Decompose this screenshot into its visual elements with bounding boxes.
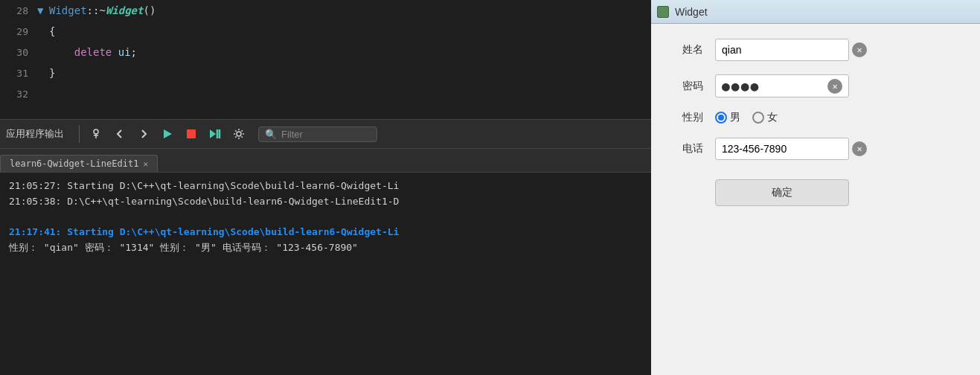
run-icon bbox=[208, 129, 222, 139]
name-label: 姓名 bbox=[673, 43, 703, 57]
output-line-2: 21:05:38: D:\C++\qt-learning\Scode\build… bbox=[9, 194, 642, 210]
name-input[interactable] bbox=[722, 44, 852, 56]
password-clear-button[interactable]: ✕ bbox=[827, 79, 842, 94]
gender-male-option[interactable]: 男 bbox=[715, 111, 740, 124]
gender-male-label: 男 bbox=[730, 111, 740, 124]
gender-row: 性别 男 女 bbox=[673, 111, 958, 124]
svg-rect-4 bbox=[187, 129, 196, 138]
gear-icon bbox=[233, 128, 245, 140]
gender-label: 性别 bbox=[673, 111, 703, 124]
line-number-30: 30 bbox=[0, 47, 37, 58]
filter-box[interactable]: 🔍 bbox=[258, 126, 377, 142]
line-content-28: Widget::~Widget() bbox=[49, 4, 156, 16]
output-tabs: learn6-Qwidget-LineEdit1 ✕ bbox=[0, 149, 651, 173]
confirm-button[interactable]: 确定 bbox=[715, 179, 849, 206]
settings-button[interactable] bbox=[228, 124, 249, 144]
filter-input[interactable] bbox=[281, 129, 371, 140]
toolbar-separator bbox=[79, 125, 80, 143]
gender-radio-group: 男 女 bbox=[715, 111, 778, 124]
line-number-31: 31 bbox=[0, 68, 37, 79]
code-line-32: 32 bbox=[0, 83, 651, 104]
pin-icon bbox=[90, 128, 102, 140]
code-line-28: 28 ▼ Widget::~Widget() bbox=[0, 0, 651, 21]
password-input-wrapper[interactable]: ●●●● ✕ bbox=[715, 74, 849, 97]
gender-female-option[interactable]: 女 bbox=[752, 111, 778, 124]
output-line-1: 21:05:27: Starting D:\C++\qt-learning\Sc… bbox=[9, 179, 642, 194]
stop-icon bbox=[186, 129, 196, 139]
widget-panel: Widget 姓名 ✕ 密码 ●●●● ✕ 性别 男 bbox=[651, 0, 980, 375]
line-content-30: delete ui; bbox=[49, 46, 137, 58]
stop-button[interactable] bbox=[181, 124, 202, 144]
gender-female-radio[interactable] bbox=[752, 112, 764, 124]
tab-close-button[interactable]: ✕ bbox=[143, 159, 148, 169]
line-content-31: } bbox=[49, 67, 55, 79]
chevron-left-icon bbox=[115, 129, 125, 139]
password-row: 密码 ●●●● ✕ bbox=[673, 74, 958, 97]
toolbar-title: 应用程序输出 bbox=[6, 127, 64, 141]
tab-label: learn6-Qwidget-LineEdit1 bbox=[10, 158, 138, 169]
line-arrow-28: ▼ bbox=[37, 4, 49, 16]
gender-male-radio[interactable] bbox=[715, 112, 727, 124]
name-row: 姓名 ✕ bbox=[673, 39, 958, 61]
svg-marker-3 bbox=[164, 129, 172, 138]
code-line-30: 30 delete ui; bbox=[0, 42, 651, 62]
output-tab[interactable]: learn6-Qwidget-LineEdit1 ✕ bbox=[0, 155, 158, 172]
play-button[interactable] bbox=[157, 124, 178, 144]
widget-title: Widget bbox=[675, 6, 708, 18]
phone-input[interactable] bbox=[722, 143, 852, 155]
line-number-28: 28 bbox=[0, 5, 37, 16]
output-line-4: 21:17:41: Starting D:\C++\qt-learning\Sc… bbox=[9, 225, 642, 240]
line-number-29: 29 bbox=[0, 26, 37, 37]
code-line-31: 31 } bbox=[0, 62, 651, 83]
password-dots: ●●●● bbox=[722, 78, 827, 94]
next-button[interactable] bbox=[133, 124, 154, 144]
code-line-29: 29 { bbox=[0, 21, 651, 42]
gender-female-label: 女 bbox=[767, 111, 778, 124]
widget-body: 姓名 ✕ 密码 ●●●● ✕ 性别 男 bbox=[651, 24, 980, 375]
svg-point-0 bbox=[94, 129, 98, 134]
phone-label: 电话 bbox=[673, 142, 703, 156]
code-area: 28 ▼ Widget::~Widget() 29 { 30 delete ui… bbox=[0, 0, 651, 119]
pin-button[interactable] bbox=[86, 124, 106, 144]
output-content: 21:05:27: Starting D:\C++\qt-learning\Sc… bbox=[0, 173, 651, 262]
phone-clear-button[interactable]: ✕ bbox=[852, 141, 867, 156]
phone-input-wrapper[interactable]: ✕ bbox=[715, 138, 849, 160]
run-button[interactable] bbox=[205, 124, 225, 144]
editor-panel: 28 ▼ Widget::~Widget() 29 { 30 delete ui… bbox=[0, 0, 651, 375]
output-panel: learn6-Qwidget-LineEdit1 ✕ 21:05:27: Sta… bbox=[0, 149, 651, 375]
line-content-29: { bbox=[49, 25, 55, 37]
name-clear-button[interactable]: ✕ bbox=[852, 42, 867, 57]
output-line-5: 性别： "qian" 密码： "1314" 性别： "男" 电话号码： "123… bbox=[9, 240, 642, 256]
svg-point-8 bbox=[237, 132, 241, 136]
search-icon: 🔍 bbox=[265, 129, 277, 140]
output-line-3 bbox=[9, 210, 642, 225]
widget-titlebar: Widget bbox=[651, 0, 980, 24]
line-number-32: 32 bbox=[0, 89, 37, 100]
name-input-wrapper[interactable]: ✕ bbox=[715, 39, 849, 61]
widget-app-icon bbox=[657, 6, 669, 18]
password-label: 密码 bbox=[673, 80, 703, 93]
chevron-right-icon bbox=[138, 129, 149, 139]
svg-marker-5 bbox=[210, 129, 216, 138]
play-icon bbox=[162, 129, 173, 139]
output-toolbar: 应用程序输出 bbox=[0, 119, 651, 149]
phone-row: 电话 ✕ bbox=[673, 138, 958, 160]
prev-button[interactable] bbox=[109, 124, 130, 144]
